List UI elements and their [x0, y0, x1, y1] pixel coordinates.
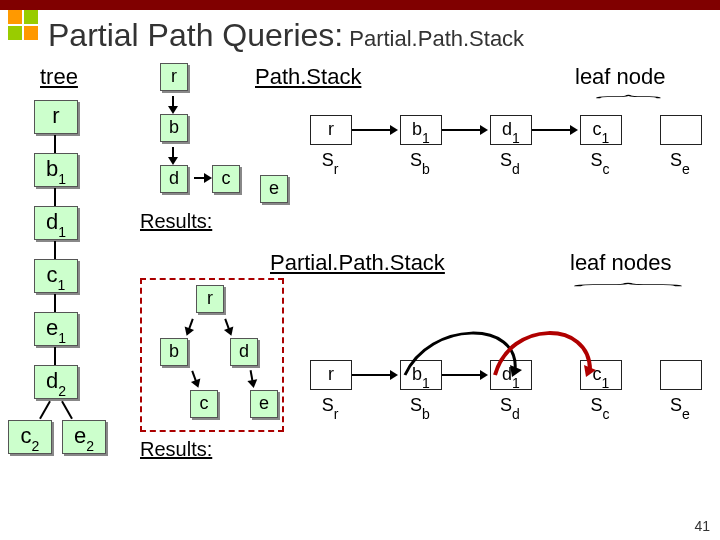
logo-icon	[8, 10, 40, 42]
stack-cell	[660, 115, 702, 145]
results-label2: Results:	[140, 438, 212, 461]
query-node: r	[196, 285, 224, 313]
page-subtitle: Partial.Path.Stack	[349, 26, 524, 52]
tree-node-c1: c1	[34, 259, 78, 293]
arrow-down-icon	[168, 106, 178, 114]
title-row: Partial Path Queries: Partial.Path.Stack	[0, 10, 720, 60]
title-bar	[0, 0, 720, 10]
tree-node-e1: e1	[34, 312, 78, 346]
stack-cell: d1	[490, 115, 532, 145]
stack-name: Sr	[310, 395, 350, 419]
stack-cell: b1	[400, 115, 442, 145]
tree-edge	[54, 241, 56, 259]
tree-node-r: r	[34, 100, 78, 134]
stack-name: Sd	[490, 150, 530, 174]
tree-node-c2: c2	[8, 420, 52, 454]
tree-edge	[54, 347, 56, 365]
query-node: r	[160, 63, 188, 91]
stack-name: Sb	[400, 150, 440, 174]
stack-name: Sd	[490, 395, 530, 419]
results-label: Results:	[140, 210, 212, 233]
query-node: e	[260, 175, 288, 203]
stack-cell: r	[310, 115, 352, 145]
stack-cell: c1	[580, 115, 622, 145]
stack-name: Sc	[580, 395, 620, 419]
tree-edge	[61, 401, 73, 419]
arrow-down-icon	[247, 379, 258, 389]
query-node: e	[250, 390, 278, 418]
leafnode-label: leaf node	[575, 64, 666, 90]
arrow-right-icon	[204, 173, 212, 183]
tree-node-b1: b1	[34, 153, 78, 187]
arrow-down-icon	[168, 157, 178, 165]
stack-name: Se	[660, 150, 700, 174]
page-title: Partial Path Queries:	[48, 17, 343, 54]
pathstack-label: Path.Stack	[255, 64, 361, 90]
query-node: d	[160, 165, 188, 193]
link-arrow-icon	[352, 129, 390, 131]
tree-edge	[39, 401, 51, 419]
query-node: c	[212, 165, 240, 193]
curved-arrow-icon	[490, 315, 650, 395]
page-number: 41	[694, 518, 710, 534]
link-arrow-icon	[442, 129, 480, 131]
query-node: b	[160, 338, 188, 366]
stack-cell: r	[310, 360, 352, 390]
partial-label: Partial.Path.Stack	[270, 250, 445, 276]
brace-icon: ⏞	[596, 93, 662, 114]
tree-node-e2: e2	[62, 420, 106, 454]
tree-edge	[54, 294, 56, 312]
leafnodes-label: leaf nodes	[570, 250, 672, 276]
stack-name: Sc	[580, 150, 620, 174]
brace-icon: ⏞	[574, 281, 684, 302]
tree-edge	[54, 188, 56, 206]
stack-name: Se	[660, 395, 700, 419]
link-arrow-icon	[532, 129, 570, 131]
query-node: d	[230, 338, 258, 366]
tree-node-d2: d2	[34, 365, 78, 399]
query-node: b	[160, 114, 188, 142]
stack-cell	[660, 360, 702, 390]
tree-edge	[54, 135, 56, 153]
query-node: c	[190, 390, 218, 418]
tree-label: tree	[40, 64, 78, 90]
link-arrow-icon	[352, 374, 390, 376]
stack-name: Sb	[400, 395, 440, 419]
tree-node-d1: d1	[34, 206, 78, 240]
stack-name: Sr	[310, 150, 350, 174]
